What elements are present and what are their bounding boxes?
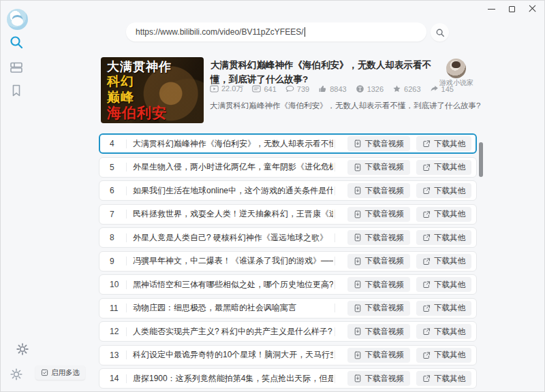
coin-icon — [356, 84, 364, 93]
download-media-icon — [354, 257, 362, 265]
row-title: 大满贯科幻巅峰神作《海伯利安》，无数人却表示看不懂，到底讲了什么故... — [133, 138, 333, 150]
video-stats: 22.0万 641 739 8843 1326 6263 145 — [210, 84, 454, 94]
stat-coins: 1326 — [356, 84, 384, 93]
download-other-button[interactable]: 下载其他 — [416, 160, 471, 175]
list-item[interactable]: 8 外星人竟是人类自己? 硬核科幻神作《遥远地球之歌》 下载音视频 下载其他 — [99, 227, 477, 248]
divider — [126, 304, 127, 312]
download-av-button[interactable]: 下载音视频 — [347, 183, 411, 198]
video-description: 大满贯科幻巅峰神作《海伯利安》，无数人却表示看不懂，到底讲了什么故事? — [210, 101, 482, 111]
divider — [126, 210, 127, 218]
download-av-button[interactable]: 下载音视频 — [347, 348, 411, 363]
scrollbar-thumb[interactable] — [479, 142, 483, 177]
url-text: https://www.bilibili.com/video/BV11pZcYF… — [136, 27, 304, 37]
row-number: 7 — [110, 210, 125, 219]
url-input[interactable]: https://www.bilibili.com/video/BV11pZcYF… — [126, 22, 426, 42]
search-button[interactable] — [431, 23, 449, 42]
divider — [126, 140, 127, 148]
row-number: 13 — [110, 350, 125, 360]
row-number: 6 — [110, 186, 125, 195]
download-media-icon — [354, 233, 362, 242]
download-av-button[interactable]: 下载音视频 — [347, 324, 411, 339]
window-controls — [481, 0, 542, 18]
divider — [126, 233, 127, 242]
list-item[interactable]: 7 民科拯救世界，戏耍全人类！逆天抽象科幻，王晋康《逃离母宇宙》 下载音视频 下… — [99, 204, 477, 225]
download-av-button[interactable]: 下载音视频 — [347, 277, 411, 292]
divider — [126, 186, 127, 195]
export-icon — [422, 257, 431, 265]
enable-multiselect-button[interactable]: 启用多选 — [35, 365, 85, 380]
download-media-icon — [354, 374, 362, 382]
export-icon — [422, 304, 431, 312]
video-thumbnail: 大满贯神作 科幻 巅峰 海伯利安 — [101, 57, 204, 123]
list-item[interactable]: 12 人类能否实现共产主义? 科幻中的共产主义是什么样子? 下载音视频 下载其他 — [99, 321, 477, 342]
download-other-button[interactable]: 下载其他 — [416, 348, 471, 363]
list-item[interactable]: 13 科幻设定中最诡异奇特的10个星球！脑洞大开，天马行空！ 下载音视频 下载其… — [99, 345, 477, 365]
download-other-button[interactable]: 下载其他 — [416, 371, 471, 386]
row-title: 外星生物入侵，两小时进化两亿年，童年阴影《进化危机》洗发水拯救世界！ — [133, 161, 333, 173]
download-av-button[interactable]: 下载音视频 — [347, 136, 411, 151]
export-icon — [422, 280, 431, 289]
list-item[interactable]: 5 外星生物入侵，两小时进化两亿年，童年阴影《进化危机》洗发水拯救世界！ 下载音… — [99, 157, 477, 178]
thumbnail-caption: 大满贯神作 科幻 巅峰 海伯利安 — [107, 60, 172, 122]
divider — [334, 350, 335, 359]
thumbnail-line: 海伯利安 — [107, 105, 172, 122]
settings-button-bottom[interactable] — [9, 367, 24, 382]
download-other-button[interactable]: 下载其他 — [416, 136, 471, 151]
share-icon — [430, 84, 439, 93]
download-av-button[interactable]: 下载音视频 — [347, 207, 411, 222]
divider — [126, 327, 127, 336]
thumbnail-line: 巅峰 — [107, 90, 172, 105]
close-button[interactable] — [522, 0, 542, 18]
download-av-button[interactable]: 下载音视频 — [347, 254, 411, 269]
sidebar-item-tasks[interactable] — [9, 60, 24, 75]
list-item[interactable]: 4 大满贯科幻巅峰神作《海伯利安》，无数人却表示看不懂，到底讲了什么故... 下… — [99, 133, 477, 154]
divider — [334, 374, 335, 383]
export-icon — [422, 163, 431, 172]
export-icon — [422, 210, 431, 218]
sidebar-item-favorites[interactable] — [9, 83, 24, 98]
collection-icon — [9, 60, 24, 75]
download-other-button[interactable]: 下载其他 — [416, 254, 471, 269]
minimize-icon — [488, 9, 495, 10]
stat-likes: 8843 — [318, 84, 346, 93]
row-number: 10 — [110, 280, 125, 289]
divider — [334, 327, 335, 336]
row-title: 动物庄园：细思极恐，最黑暗的社会讽喻寓言 — [133, 302, 333, 314]
export-icon — [422, 327, 431, 336]
row-number: 12 — [110, 327, 125, 336]
search-icon — [435, 28, 445, 37]
list-item[interactable]: 11 动物庄园：细思极恐，最黑暗的社会讽喻寓言 下载音视频 下载其他 — [99, 298, 477, 318]
list-item[interactable]: 6 如果我们生活在地球online中，这个游戏的通关条件是什么? 下载音视频 下… — [99, 180, 477, 201]
list-item[interactable]: 14 唐探1900：这系列竟然能拍第4集，笑点抢出天际，但是中印联合反美 下载音… — [99, 368, 477, 389]
list-item[interactable]: 9 冯骥早年神文，中二爆表！《谁谋杀了我们的游戏》——资本！ 下载音视频 下载其… — [99, 251, 477, 272]
download-other-button[interactable]: 下载其他 — [416, 301, 471, 316]
favorite-icon — [392, 84, 401, 93]
sidebar-item-search[interactable] — [9, 35, 24, 50]
download-av-button[interactable]: 下载音视频 — [347, 371, 411, 386]
row-number: 11 — [110, 304, 125, 313]
download-other-button[interactable]: 下载其他 — [416, 277, 471, 292]
row-number: 8 — [110, 233, 125, 242]
maximize-icon — [509, 6, 515, 12]
download-other-button[interactable]: 下载其他 — [416, 207, 471, 222]
download-av-button[interactable]: 下载音视频 — [347, 230, 411, 245]
download-other-button[interactable]: 下载其他 — [416, 324, 471, 339]
download-media-icon — [354, 351, 362, 359]
play-icon — [210, 84, 219, 93]
download-av-button[interactable]: 下载音视频 — [347, 301, 411, 316]
divider — [334, 140, 335, 148]
row-number: 14 — [110, 374, 125, 383]
stat-comments: 739 — [285, 84, 309, 93]
bookmark-icon — [9, 83, 24, 98]
maximize-button[interactable] — [501, 0, 522, 18]
like-icon — [318, 84, 327, 93]
settings-button-top[interactable] — [15, 342, 30, 357]
list-item[interactable]: 10 黑神话悟空和三体有哪些相似之处，哪个历史地位更高? 下载音视频 下载其他 — [99, 274, 477, 295]
row-title: 如果我们生活在地球online中，这个游戏的通关条件是什么? — [133, 185, 333, 197]
divider — [334, 186, 335, 195]
gear-icon — [9, 367, 24, 382]
minimize-button[interactable] — [481, 0, 501, 18]
download-av-button[interactable]: 下载音视频 — [347, 160, 411, 175]
download-other-button[interactable]: 下载其他 — [416, 183, 471, 198]
download-other-button[interactable]: 下载其他 — [416, 230, 471, 245]
